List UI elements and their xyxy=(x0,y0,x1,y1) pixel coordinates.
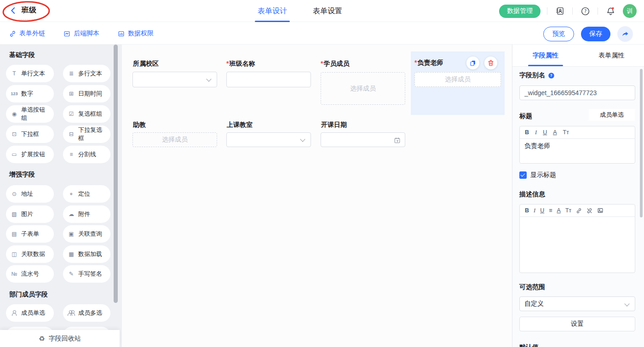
field-button-linked-data[interactable]: ◫关联数据 xyxy=(6,245,54,263)
tab-field-properties[interactable]: 字段属性 xyxy=(512,45,579,66)
body: 基础字段 T单行文本 ≣多行文本 123数字 ⊞日期时间 ◉单选按钮组 ☑复选框… xyxy=(0,45,644,347)
backend-script-link[interactable]: 后端脚本 xyxy=(63,29,99,38)
section-basic-fields: 基础字段 xyxy=(9,51,35,59)
field-button-number[interactable]: 123数字 xyxy=(6,85,54,102)
data-permission-link[interactable]: 数据权限 xyxy=(118,29,154,38)
class-name-input[interactable] xyxy=(226,72,311,87)
campus-select[interactable] xyxy=(132,72,217,87)
settings-button[interactable]: 设置 xyxy=(519,317,635,331)
description-editor[interactable]: B I U ≡ A Tᴛ xyxy=(519,204,635,273)
field-button-datetime[interactable]: ⊞日期时间 xyxy=(63,85,110,102)
field-button-lookup-query[interactable]: ▣关联查询 xyxy=(63,225,110,243)
field-button-single-line-text[interactable]: T单行文本 xyxy=(6,65,54,82)
alias-input[interactable] xyxy=(519,85,635,100)
extend-button-icon: ▭ xyxy=(11,151,18,158)
field-button-member-single[interactable]: 成员单选 xyxy=(6,304,54,322)
field-button-attachment[interactable]: ☁附件 xyxy=(63,205,110,223)
field-button-address[interactable]: ⊙地址 xyxy=(6,185,54,203)
tab-form-properties[interactable]: 表单属性 xyxy=(579,45,644,66)
field-button-label: 单行文本 xyxy=(21,69,45,78)
help-icon[interactable]: ? xyxy=(579,5,591,17)
panel-scrollbar[interactable] xyxy=(640,69,643,217)
field-button-label: 下拉复选框 xyxy=(78,126,106,142)
field-button-subform[interactable]: ▤子表单 xyxy=(6,225,54,243)
field-button-member-multi[interactable]: 成员多选 xyxy=(63,304,110,322)
underline-icon[interactable]: U xyxy=(540,207,544,214)
range-select[interactable]: 自定义 xyxy=(519,296,635,311)
field-button-serial-number[interactable]: №流水号 xyxy=(6,265,54,283)
checkbox-checked-icon[interactable] xyxy=(519,171,527,179)
form-canvas[interactable]: 所属校区 *班级名称 *学员成员 选择成员 *负责老师 xyxy=(122,45,512,347)
delete-widget-button[interactable] xyxy=(484,57,497,69)
field-button-divider[interactable]: ≡分割线 xyxy=(63,146,110,163)
share-arrow-icon xyxy=(621,30,629,38)
link-icon[interactable] xyxy=(576,208,582,214)
tab-form-settings[interactable]: 表单设置 xyxy=(313,0,342,22)
font-color-icon[interactable]: A xyxy=(553,129,557,136)
underline-icon[interactable]: U xyxy=(543,129,547,136)
italic-icon[interactable]: I xyxy=(534,207,535,214)
insert-image-icon[interactable] xyxy=(597,207,604,214)
field-button-label: 关联数据 xyxy=(21,250,45,258)
field-button-location[interactable]: ⌖定位 xyxy=(63,185,110,203)
avatar[interactable]: 训 xyxy=(623,4,637,18)
field-button-label: 下拉框 xyxy=(21,130,39,138)
divider xyxy=(572,7,573,15)
title-underline xyxy=(18,19,35,20)
save-button[interactable]: 保存 xyxy=(581,27,610,41)
description-editor-content[interactable] xyxy=(520,217,635,223)
form-designer-app: 班级 表单设计 表单设置 数据管理 ? xyxy=(0,0,644,347)
start-date-input[interactable] xyxy=(321,132,405,147)
link-icon xyxy=(9,30,16,37)
select-icon: ⊡ xyxy=(11,131,18,137)
field-button-radio-group[interactable]: ◉单选按钮组 xyxy=(6,105,54,123)
show-title-checkbox-row[interactable]: 显示标题 xyxy=(519,171,556,179)
form-external-link[interactable]: 表单外链 xyxy=(9,29,45,38)
teacher-widget-selected[interactable]: *负责老师 选择成员 xyxy=(411,51,505,115)
field-button-label: 扩展按钮 xyxy=(21,150,45,159)
question-icon[interactable]: ? xyxy=(548,72,555,79)
field-button-signature[interactable]: ✎手写签名 xyxy=(63,265,110,283)
field-button-label: 子表单 xyxy=(21,230,39,238)
copy-widget-button[interactable] xyxy=(466,57,479,69)
title-editor[interactable]: B I U A Tᴛ 负责老师 xyxy=(519,126,635,164)
data-manage-button[interactable]: 数据管理 xyxy=(499,5,540,18)
font-color-icon[interactable]: A xyxy=(557,207,561,214)
field-button-label: 手写签名 xyxy=(78,270,102,278)
field-button-label: 成员单选 xyxy=(21,309,45,317)
bold-icon[interactable]: B xyxy=(525,207,529,214)
field-button-image[interactable]: ▧图片 xyxy=(6,205,54,223)
serial-number-icon: № xyxy=(11,271,18,277)
assistant-member-picker[interactable]: 选择成员 xyxy=(132,132,217,147)
recycle-icon: ♻ xyxy=(39,335,45,343)
font-size-icon[interactable]: Tᴛ xyxy=(563,129,569,136)
preview-button[interactable]: 预览 xyxy=(543,27,574,41)
teacher-member-picker[interactable]: 选择成员 xyxy=(414,72,501,87)
unlink-icon[interactable] xyxy=(586,208,592,214)
font-size-icon[interactable]: Tᴛ xyxy=(565,207,571,214)
contacts-icon[interactable] xyxy=(554,5,566,17)
field-recycle-bin[interactable]: ♻ 字段回收站 xyxy=(0,330,120,347)
data-load-icon: ▦ xyxy=(68,251,75,257)
sub-toolbar: 表单外链 后端脚本 数据权限 预览 保存 xyxy=(0,23,644,45)
tab-form-design[interactable]: 表单设计 xyxy=(258,0,287,22)
share-button[interactable] xyxy=(617,26,633,42)
align-icon[interactable]: ≡ xyxy=(549,207,552,214)
back-button[interactable]: 班级 xyxy=(9,6,36,15)
field-button-select[interactable]: ⊡下拉框 xyxy=(6,125,54,143)
classroom-select[interactable] xyxy=(226,132,311,147)
subform-icon: ▤ xyxy=(11,231,18,237)
italic-icon[interactable]: I xyxy=(535,129,537,136)
field-button-multi-select[interactable]: ⊟下拉复选框 xyxy=(63,125,110,143)
notification-bell-icon[interactable] xyxy=(604,5,616,17)
field-button-multi-line-text[interactable]: ≣多行文本 xyxy=(63,65,110,82)
section-enhanced-fields: 增强字段 xyxy=(9,171,35,179)
bold-icon[interactable]: B xyxy=(525,129,529,136)
field-button-extend-button[interactable]: ▭扩展按钮 xyxy=(6,146,54,163)
field-button-data-load[interactable]: ▦数据加载 xyxy=(63,245,110,263)
students-member-picker[interactable]: 选择成员 xyxy=(321,72,405,105)
title-editor-content[interactable]: 负责老师 xyxy=(520,139,635,154)
field-label-assistant: 助教 xyxy=(132,120,146,129)
field-button-checkbox-group[interactable]: ☑复选框组 xyxy=(63,105,110,123)
sidebar-scrollbar[interactable] xyxy=(114,45,118,303)
